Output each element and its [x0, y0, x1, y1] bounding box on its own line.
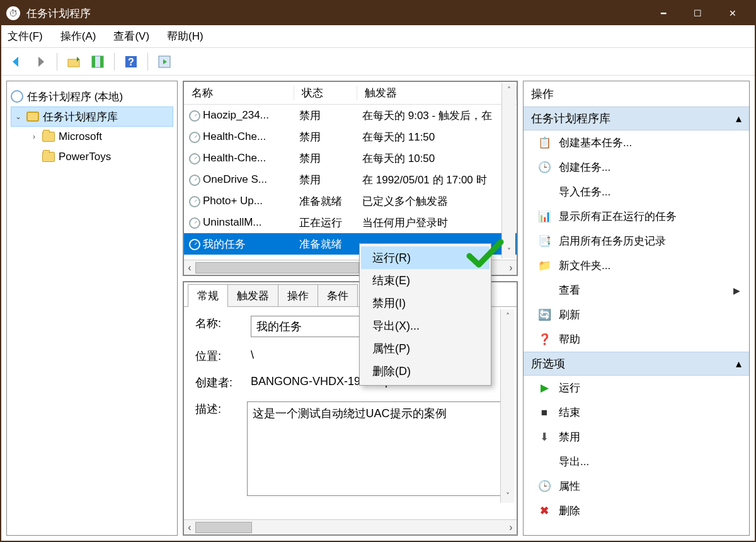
refresh-button[interactable] [154, 52, 175, 72]
action-item[interactable]: 🕒属性 [524, 474, 749, 499]
horizontal-scrollbar[interactable]: ‹ › [184, 519, 517, 534]
collapse-icon[interactable]: ▴ [736, 357, 742, 371]
clock-icon [189, 110, 200, 122]
minimize-button[interactable]: ━ [646, 1, 680, 25]
scroll-left-icon[interactable]: ‹ [184, 262, 195, 274]
menu-action[interactable]: 操作(A) [60, 29, 96, 43]
context-menu-item[interactable]: 属性(P) [361, 337, 490, 360]
scroll-left-icon[interactable]: ‹ [184, 522, 195, 533]
action-label: 属性 [559, 479, 580, 493]
context-menu-item[interactable]: 删除(D) [361, 360, 490, 383]
tree-child-microsoft[interactable]: › Microsoft [11, 127, 173, 147]
scroll-thumb[interactable] [195, 522, 252, 533]
tab-general[interactable]: 常规 [188, 284, 228, 307]
action-item[interactable]: ■结束 [524, 400, 749, 425]
task-row[interactable]: Photo+ Up...准备就绪已定义多个触发器 [184, 190, 517, 212]
clock-icon [189, 153, 200, 164]
scroll-up-icon[interactable]: ˄ [507, 86, 511, 95]
toolbar-separator-3 [147, 53, 148, 71]
action-item[interactable]: 导出... [524, 449, 749, 474]
menu-view[interactable]: 查看(V) [113, 29, 149, 43]
action-item[interactable]: ✖删除 [524, 499, 749, 523]
tab-triggers[interactable]: 触发器 [227, 284, 278, 307]
toolbar: ? [1, 48, 755, 76]
task-row[interactable]: UninstallM...正在运行当任何用户登录时 [184, 212, 517, 233]
action-icon: ✖ [537, 504, 551, 517]
forward-button[interactable] [30, 52, 50, 72]
toolbar-separator-2 [114, 53, 115, 71]
scroll-thumb[interactable] [195, 262, 359, 274]
scroll-down-icon[interactable]: ˅ [506, 492, 510, 500]
titlebar[interactable]: ⏱ 任务计划程序 ━ ☐ ✕ [1, 1, 755, 25]
tree-root[interactable]: 任务计划程序 (本地) [11, 86, 173, 107]
up-button[interactable] [64, 52, 84, 72]
context-menu-item[interactable]: 禁用(I) [361, 292, 490, 314]
col-status[interactable]: 状态 [294, 86, 357, 100]
col-name[interactable]: 名称 [184, 86, 294, 100]
action-label: 创建基本任务... [559, 136, 632, 150]
scroll-up-icon[interactable]: ˄ [506, 312, 510, 321]
vertical-scrollbar[interactable]: ˄ ˅ [501, 83, 515, 258]
menu-help[interactable]: 帮助(H) [167, 29, 203, 43]
task-row[interactable]: Health-Che...禁用在每天的 10:50 [184, 147, 517, 169]
tree-panel[interactable]: 任务计划程序 (本地) ⌄ 任务计划程序库 › Microsoft PowerT… [6, 81, 178, 536]
toolbar-separator [57, 53, 57, 71]
action-item[interactable]: 🔄刷新 [524, 303, 749, 327]
action-label: 运行 [559, 381, 580, 395]
scroll-right-icon[interactable]: › [505, 262, 517, 274]
actions-section1-title[interactable]: 任务计划程序库 ▴ [524, 107, 749, 130]
tree-child-label: PowerToys [59, 151, 111, 163]
tab-conditions[interactable]: 条件 [318, 284, 358, 307]
collapse-icon[interactable]: ⌄ [14, 112, 23, 121]
action-icon: 🕒 [537, 161, 551, 174]
scroll-down-icon[interactable]: ˅ [507, 247, 511, 256]
task-row[interactable]: OneDrive S...禁用在 1992/05/01 的 17:00 时 [184, 169, 517, 190]
action-item[interactable]: 🕒创建任务... [524, 155, 749, 180]
folder-icon [42, 152, 55, 162]
action-item[interactable]: 📋创建基本任务... [524, 130, 749, 155]
close-button[interactable]: ✕ [715, 1, 750, 25]
action-label: 创建任务... [559, 160, 610, 175]
description-input[interactable]: 这是一个测试自动绕过UAC提示的案例 [247, 401, 505, 496]
action-label: 查看 [559, 283, 580, 297]
action-item[interactable]: ❓帮助 [524, 327, 749, 352]
tab-actions[interactable]: 操作 [278, 284, 318, 307]
action-icon: ▶ [537, 381, 551, 395]
col-trigger[interactable]: 触发器 [357, 86, 517, 100]
task-row[interactable]: Health-Che...禁用在每天的 11:50 [184, 126, 517, 147]
action-label: 删除 [559, 504, 580, 518]
field-description: 描述: 这是一个测试自动绕过UAC提示的案例 [195, 401, 505, 496]
scroll-right-icon[interactable]: › [505, 522, 517, 533]
back-button[interactable] [6, 52, 26, 72]
vertical-scrollbar[interactable]: ˄ ˅ [500, 309, 514, 503]
clock-icon [189, 132, 200, 143]
menu-file[interactable]: 文件(F) [8, 29, 43, 43]
action-item[interactable]: 📊显示所有正在运行的任务 [524, 204, 749, 229]
action-label: 帮助 [559, 332, 580, 347]
context-menu-item[interactable]: 结束(E) [361, 269, 490, 292]
tree-library[interactable]: ⌄ 任务计划程序库 [11, 107, 173, 127]
action-item[interactable]: 📁新文件夹... [524, 253, 749, 278]
tree-root-label: 任务计划程序 (本地) [27, 89, 123, 104]
properties-button[interactable] [88, 52, 108, 72]
expand-icon[interactable]: › [30, 132, 38, 141]
actions-section2-title[interactable]: 所选项 ▴ [524, 352, 749, 376]
action-icon: 📊 [537, 210, 551, 223]
action-item[interactable]: 查看▶ [524, 278, 749, 303]
tree-child-powertoys[interactable]: PowerToys [11, 147, 173, 167]
description-label: 描述: [195, 401, 236, 417]
action-item[interactable]: 导入任务... [524, 180, 749, 204]
action-item[interactable]: 📑启用所有任务历史记录 [524, 229, 749, 253]
help-button[interactable]: ? [121, 52, 141, 72]
window-controls: ━ ☐ ✕ [646, 1, 750, 25]
name-label: 名称: [195, 316, 239, 331]
app-icon: ⏱ [6, 6, 20, 20]
context-menu-item[interactable]: 导出(X)... [361, 314, 490, 337]
action-item[interactable]: ⬇禁用 [524, 425, 749, 449]
author-label: 创建者: [195, 375, 239, 390]
action-item[interactable]: ▶运行 [524, 376, 749, 400]
collapse-icon[interactable]: ▴ [736, 112, 742, 125]
task-row[interactable]: Haozip_234...禁用在每天的 9:03 - 触发后，在 [184, 105, 517, 126]
action-icon: 📑 [537, 234, 551, 248]
maximize-button[interactable]: ☐ [680, 1, 715, 25]
